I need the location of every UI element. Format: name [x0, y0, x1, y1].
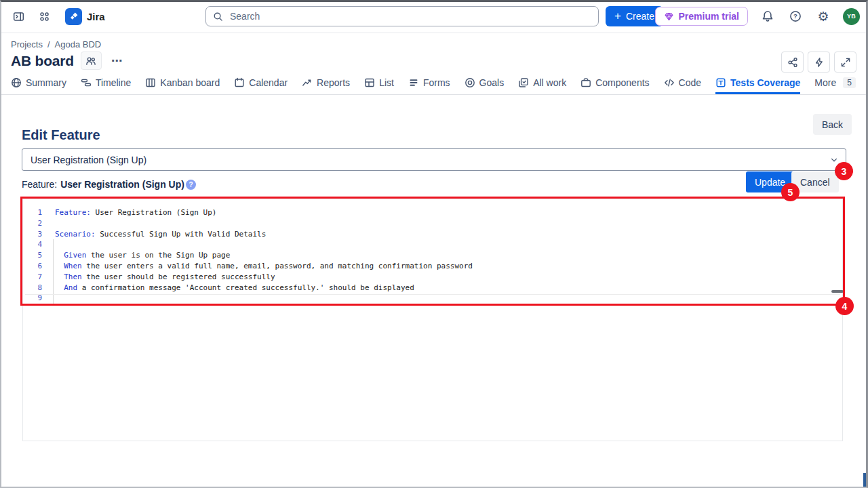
- premium-trial-button[interactable]: Premium trial: [655, 7, 748, 26]
- tab-forms[interactable]: Forms: [408, 73, 450, 94]
- app-switcher-icon[interactable]: [35, 7, 53, 25]
- annotation-badge-4: 4: [835, 297, 854, 315]
- tab-tests-coverage[interactable]: Tests Coverage: [715, 73, 800, 94]
- user-avatar[interactable]: YB: [843, 8, 860, 25]
- feature-name-row: Feature: User Registration (Sign Up) ?: [22, 179, 196, 190]
- forms-icon: [408, 77, 419, 88]
- board-title: AB board: [11, 53, 74, 69]
- gherkin-code-editor[interactable]: 123456789 Feature: User Registration (Si…: [22, 199, 843, 441]
- code-line: Scenario: Successful Sign Up with Valid …: [55, 229, 840, 240]
- jira-home-link[interactable]: Jira: [65, 8, 105, 25]
- code-line: Given the user is on the Sign Up page: [55, 250, 840, 261]
- all-work-icon: [518, 77, 529, 88]
- plus-icon: +: [614, 10, 621, 22]
- feature-select-value: User Registration (Sign Up): [31, 155, 146, 165]
- components-icon: [580, 77, 591, 88]
- code-line: When the user enters a valid full name, …: [55, 261, 840, 272]
- line-number: 3: [23, 229, 53, 240]
- board-icon: [145, 77, 156, 88]
- list-icon: [364, 77, 375, 88]
- line-number: 2: [23, 218, 53, 229]
- help-icon[interactable]: ?: [787, 8, 804, 24]
- tab-label: Kanban board: [160, 77, 220, 88]
- automation-lightning-icon[interactable]: [808, 52, 830, 73]
- page-title: Edit Feature: [22, 127, 100, 143]
- search-input[interactable]: [229, 10, 591, 22]
- svg-text:?: ?: [793, 12, 797, 20]
- horizontal-scrollbar-thumb[interactable]: [831, 290, 844, 293]
- code-line: And a confirmation message 'Account crea…: [55, 283, 840, 293]
- share-icon[interactable]: [781, 52, 804, 73]
- line-number: 5: [23, 250, 53, 261]
- feature-select-dropdown[interactable]: User Registration (Sign Up): [22, 148, 846, 171]
- code-line: Feature: User Registration (Sign Up): [55, 207, 840, 218]
- tab-summary[interactable]: Summary: [11, 73, 66, 94]
- page-scrollbar-thumb[interactable]: [863, 473, 867, 487]
- tab-label: Forms: [423, 77, 450, 88]
- tab-code[interactable]: Code: [664, 73, 701, 94]
- settings-gear-icon[interactable]: ⚙: [815, 8, 831, 24]
- line-number: 8: [23, 283, 53, 293]
- gem-icon: [664, 12, 674, 22]
- feature-name: User Registration (Sign Up): [60, 179, 184, 190]
- breadcrumb-projects[interactable]: Projects: [11, 39, 43, 49]
- topbar-left-group: Jira: [9, 0, 105, 33]
- tab-label: List: [379, 77, 394, 88]
- tab-label: Components: [595, 77, 649, 88]
- breadcrumb-project-name[interactable]: Agoda BDD: [55, 39, 102, 49]
- more-count-badge: 5: [843, 77, 856, 88]
- code-line: [55, 218, 840, 229]
- tab-kanban-board[interactable]: Kanban board: [145, 73, 220, 94]
- line-number: 7: [23, 272, 53, 283]
- line-number-gutter: 123456789: [23, 207, 53, 304]
- code-icon: [664, 77, 675, 88]
- back-button[interactable]: Back: [813, 114, 852, 135]
- chevron-down-icon: [829, 155, 839, 165]
- fullscreen-expand-icon[interactable]: [834, 52, 856, 73]
- board-members-button[interactable]: [81, 52, 102, 70]
- tab-calendar[interactable]: Calendar: [234, 73, 288, 94]
- board-header-actions: [781, 52, 856, 73]
- goals-icon: [465, 77, 475, 88]
- tab-label: Code: [679, 77, 701, 88]
- tab-list[interactable]: List: [364, 73, 394, 94]
- tab-more[interactable]: More5: [814, 73, 856, 94]
- jira-logo-icon: [65, 8, 82, 25]
- tab-label: Reports: [317, 77, 350, 88]
- globe-icon: [11, 77, 22, 88]
- tab-components[interactable]: Components: [580, 73, 649, 94]
- search-bar[interactable]: [205, 6, 599, 26]
- tab-label: Calendar: [249, 77, 288, 88]
- timeline-icon: [81, 77, 92, 88]
- tab-label: Tests Coverage: [730, 77, 800, 88]
- breadcrumb: Projects / Agoda BDD: [11, 39, 101, 49]
- editor-bottom-rule: [25, 294, 840, 295]
- tab-label: Summary: [26, 77, 66, 88]
- board-view-tabs: SummaryTimelineKanban boardCalendarRepor…: [0, 73, 868, 95]
- topbar-right-group: Premium trial ? ⚙ YB: [655, 0, 860, 33]
- tab-timeline[interactable]: Timeline: [81, 73, 131, 94]
- feature-label: Feature:: [22, 179, 57, 190]
- feature-help-icon[interactable]: ?: [186, 180, 196, 190]
- board-more-actions-button[interactable]: ⋯: [108, 54, 126, 67]
- tab-goals[interactable]: Goals: [465, 73, 505, 94]
- sidebar-toggle-icon[interactable]: [9, 7, 27, 25]
- board-title-row: AB board ⋯: [11, 52, 125, 70]
- tab-all-work[interactable]: All work: [518, 73, 566, 94]
- calendar-icon: [234, 77, 245, 88]
- breadcrumb-separator: /: [47, 39, 50, 49]
- code-pane[interactable]: Feature: User Registration (Sign Up) Sce…: [55, 207, 840, 304]
- tests-coverage-icon: [715, 77, 726, 88]
- notifications-bell-icon[interactable]: [760, 8, 776, 24]
- search-icon: [213, 12, 223, 22]
- annotation-badge-5: 5: [781, 183, 800, 201]
- tab-label: All work: [533, 77, 566, 88]
- tab-label: Goals: [479, 77, 505, 88]
- tab-label: More: [814, 77, 836, 88]
- top-navigation-bar: Jira + Create Premium trial ? ⚙ YB: [0, 0, 868, 33]
- app-name: Jira: [87, 11, 105, 22]
- code-line: [55, 239, 840, 250]
- reports-icon: [302, 77, 313, 88]
- line-number: 1: [23, 207, 53, 218]
- tab-reports[interactable]: Reports: [302, 73, 350, 94]
